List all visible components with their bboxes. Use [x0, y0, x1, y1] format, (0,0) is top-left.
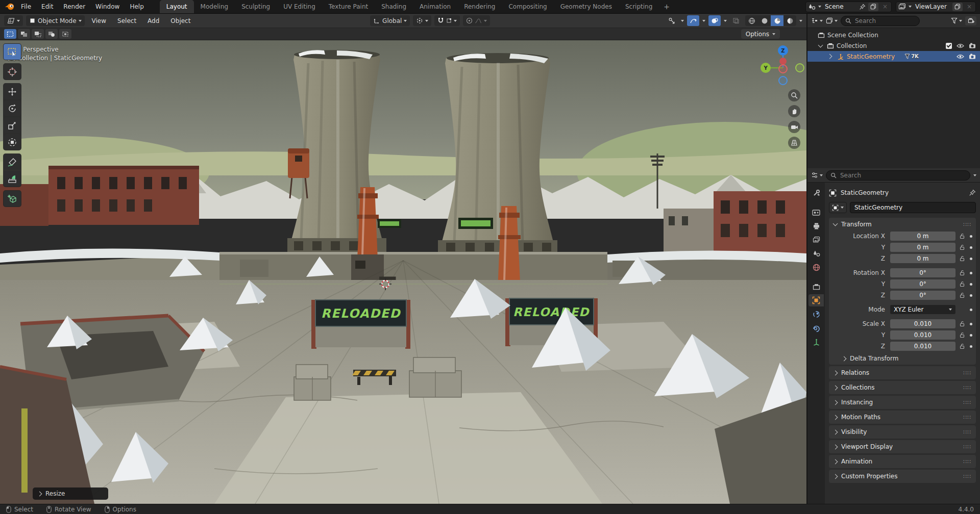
tab-uv-editing[interactable]: UV Editing: [277, 0, 322, 13]
gizmo-z-neg-axis[interactable]: [778, 76, 788, 85]
lock-open-icon[interactable]: [959, 255, 965, 262]
menu-view[interactable]: View: [88, 16, 110, 26]
proportional-editing-controls[interactable]: [463, 15, 490, 26]
tab-constraints-properties[interactable]: [808, 308, 824, 320]
move-tool[interactable]: [4, 84, 21, 99]
transform-tool[interactable]: [4, 134, 21, 150]
object-id-selector[interactable]: [829, 202, 847, 213]
scale-y-field[interactable]: 0.010: [890, 330, 955, 340]
eye-icon[interactable]: [957, 54, 964, 59]
camera-restrict-icon[interactable]: [969, 54, 976, 59]
pan-view-button[interactable]: [788, 105, 800, 117]
perspective-toggle-button[interactable]: [788, 137, 800, 149]
select-mode-invert-button[interactable]: [45, 29, 58, 39]
view-layer-icon[interactable]: [898, 3, 906, 10]
scene-browse-chevron[interactable]: [818, 6, 821, 8]
lock-open-icon[interactable]: [959, 233, 965, 239]
rotation-mode-select[interactable]: XYZ Euler: [890, 305, 955, 314]
eye-icon[interactable]: [957, 43, 964, 48]
lock-open-icon[interactable]: [959, 281, 965, 287]
location-x-field[interactable]: 0 m: [890, 232, 955, 241]
view-layer-add-button[interactable]: [952, 3, 963, 11]
menu-select[interactable]: Select: [113, 16, 140, 26]
tab-rendering[interactable]: Rendering: [457, 0, 502, 13]
new-collection-button[interactable]: [965, 16, 976, 25]
lock-open-icon[interactable]: [959, 244, 965, 250]
tab-shading[interactable]: Shading: [375, 0, 413, 13]
viewport-canvas[interactable]: RELOADED RELOADED: [0, 40, 806, 504]
tab-physics-properties[interactable]: [808, 322, 824, 334]
lock-open-icon[interactable]: [959, 292, 965, 298]
select-mode-subtract-button[interactable]: [32, 29, 44, 39]
lock-open-icon[interactable]: [959, 332, 965, 338]
outliner-row-collection[interactable]: Collection: [807, 40, 980, 51]
shading-material-preview-button[interactable]: [771, 15, 783, 26]
location-z-field[interactable]: 0 m: [890, 254, 955, 263]
tab-output-properties[interactable]: [808, 220, 824, 232]
show-gizmos-toggle[interactable]: [666, 15, 678, 26]
tab-scene-properties[interactable]: [808, 247, 824, 260]
scene-duplicate-button[interactable]: [868, 3, 878, 11]
scene-icon[interactable]: [808, 3, 816, 10]
show-overlays-toggle[interactable]: [687, 15, 699, 26]
outliner-row-staticgeometry[interactable]: StaticGeometry 7K: [807, 51, 980, 62]
view-layer-remove-button[interactable]: ×: [965, 3, 973, 10]
lock-open-icon[interactable]: [959, 321, 965, 327]
tab-compositing[interactable]: Compositing: [502, 0, 553, 13]
panel-grip-icon[interactable]: ∷∷: [963, 399, 971, 406]
properties-search[interactable]: [826, 170, 970, 181]
menu-edit[interactable]: Edit: [37, 1, 58, 12]
gizmo-x-axis[interactable]: [779, 58, 787, 65]
tab-object-data-properties[interactable]: [808, 336, 824, 348]
properties-editor-selector[interactable]: [811, 172, 823, 178]
panel-grip-icon[interactable]: ∷∷: [963, 384, 971, 391]
expand-icon[interactable]: [827, 54, 832, 59]
animate-dot[interactable]: [970, 345, 972, 348]
tool-options-button[interactable]: Options: [741, 29, 780, 39]
lock-open-icon[interactable]: [959, 343, 965, 349]
collection-checkbox[interactable]: [946, 43, 952, 49]
gizmo-y-axis[interactable]: Y: [761, 63, 771, 73]
scale-tool[interactable]: [4, 117, 21, 133]
navigation-gizmo[interactable]: Z Y: [760, 44, 806, 91]
animate-dot[interactable]: [970, 309, 972, 311]
animation-panel[interactable]: Animation∷∷: [829, 455, 976, 468]
viewport-display-panel[interactable]: Viewport Display∷∷: [829, 440, 976, 453]
tab-modeling[interactable]: Modeling: [194, 0, 235, 13]
select-mode-set-button[interactable]: [4, 29, 16, 39]
menu-render[interactable]: Render: [59, 1, 90, 12]
panel-grip-icon[interactable]: ∷∷: [963, 444, 971, 450]
tab-tool-properties[interactable]: [808, 187, 824, 199]
xray-toggle[interactable]: [708, 15, 721, 26]
rotation-x-field[interactable]: 0°: [890, 268, 955, 277]
panel-grip-icon[interactable]: ∷∷: [963, 429, 971, 435]
custom-properties-panel[interactable]: Custom Properties∷∷: [829, 470, 976, 483]
chevron-down-icon[interactable]: [799, 20, 802, 22]
chevron-down-icon[interactable]: [702, 20, 705, 22]
view-layer-browse-chevron[interactable]: [909, 6, 912, 8]
transform-panel-header[interactable]: Transform ∷∷: [829, 218, 976, 231]
collections-panel[interactable]: Collections∷∷: [829, 381, 976, 394]
gizmo-y-neg-axis[interactable]: [795, 63, 804, 72]
gizmo-x-neg-axis[interactable]: [778, 64, 788, 73]
camera-view-button[interactable]: [788, 121, 800, 133]
collapse-icon[interactable]: [818, 42, 823, 47]
operator-panel[interactable]: Resize: [33, 487, 108, 500]
outliner-display-mode[interactable]: [826, 17, 838, 24]
select-mode-intersect-button[interactable]: [59, 29, 71, 39]
add-cube-tool[interactable]: [4, 191, 21, 207]
camera-restrict-icon[interactable]: [969, 43, 976, 48]
pin-icon[interactable]: [969, 189, 976, 196]
tab-texture-paint[interactable]: Texture Paint: [322, 0, 375, 13]
pivot-point-selector[interactable]: [413, 15, 431, 26]
editor-type-selector[interactable]: [4, 15, 23, 26]
tab-geometry-nodes[interactable]: Geometry Nodes: [554, 0, 619, 13]
animate-dot[interactable]: [970, 246, 972, 249]
relations-panel[interactable]: Relations∷∷: [829, 366, 976, 379]
animate-dot[interactable]: [970, 258, 972, 260]
animate-dot[interactable]: [970, 323, 972, 325]
snapping-controls[interactable]: [434, 15, 460, 26]
motion-paths-panel[interactable]: Motion Paths∷∷: [829, 410, 976, 424]
annotate-tool[interactable]: [4, 154, 21, 170]
tab-collection-properties[interactable]: [808, 280, 824, 293]
